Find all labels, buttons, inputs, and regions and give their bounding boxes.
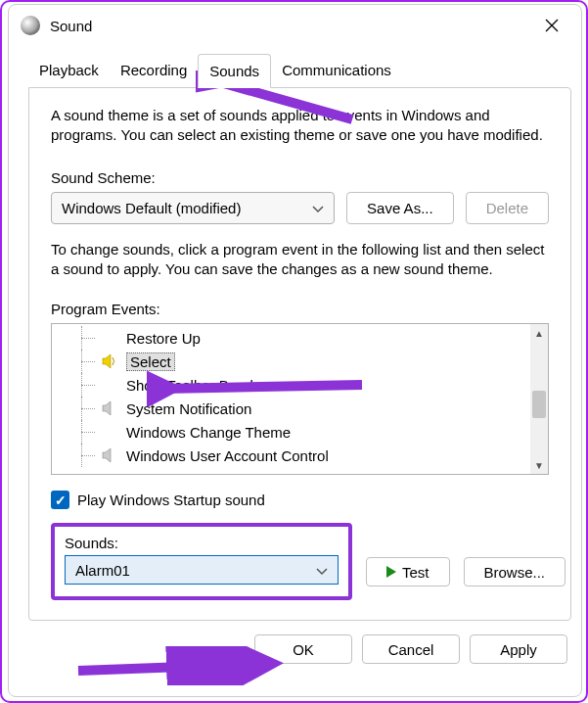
event-row[interactable]: Select — [52, 350, 530, 373]
sounds-combo[interactable]: Alarm01 — [65, 555, 339, 585]
event-row[interactable]: Restore Up — [52, 326, 530, 350]
speaker-empty-icon — [101, 424, 120, 440]
startup-sound-checkbox-row[interactable]: ✓ Play Windows Startup sound — [51, 491, 549, 509]
events-scrollbar[interactable]: ▲ ▼ — [530, 324, 548, 474]
tab-playback[interactable]: Playback — [28, 54, 110, 88]
tab-communications[interactable]: Communications — [271, 54, 402, 88]
scheme-combo[interactable]: Windows Default (modified) — [51, 192, 335, 224]
close-button[interactable] — [530, 10, 573, 41]
sound-dialog: Sound Playback Recording Sounds Communic… — [8, 4, 582, 697]
sounds-label: Sounds: — [65, 535, 339, 551]
program-events-listbox[interactable]: Restore Up Select Show Toolbar Band — [51, 323, 549, 475]
ok-button[interactable]: OK — [254, 634, 352, 664]
speaker-sound-icon — [101, 353, 120, 369]
test-button[interactable]: Test — [366, 557, 450, 586]
scroll-thumb[interactable] — [532, 391, 546, 418]
scheme-combo-value: Windows Default (modified) — [62, 200, 241, 216]
apply-button[interactable]: Apply — [470, 634, 567, 664]
scheme-label: Sound Scheme: — [51, 169, 549, 186]
scroll-down-icon[interactable]: ▼ — [530, 456, 548, 474]
checkbox-checked-icon: ✓ — [51, 491, 69, 509]
save-as-button[interactable]: Save As... — [346, 192, 454, 224]
event-row[interactable]: Show Toolbar Band — [52, 373, 530, 397]
titlebar: Sound — [9, 5, 581, 46]
tab-panel-sounds: A sound theme is a set of sounds applied… — [28, 87, 571, 621]
close-icon — [545, 19, 559, 32]
chevron-down-icon — [316, 562, 328, 579]
speaker-empty-icon — [101, 330, 120, 346]
tab-sounds[interactable]: Sounds — [198, 54, 271, 88]
sound-app-icon — [21, 16, 40, 35]
tab-strip: Playback Recording Sounds Communications — [28, 54, 573, 88]
delete-button: Delete — [466, 192, 549, 224]
cancel-button[interactable]: Cancel — [362, 634, 460, 664]
sounds-combo-value: Alarm01 — [75, 562, 130, 579]
chevron-down-icon — [312, 200, 324, 216]
event-row[interactable]: Windows Change Theme — [52, 420, 530, 444]
speaker-muted-icon — [101, 447, 120, 463]
play-icon — [386, 566, 396, 578]
tab-recording[interactable]: Recording — [110, 54, 198, 88]
speaker-empty-icon — [101, 377, 120, 393]
program-events-label: Program Events: — [51, 301, 549, 317]
startup-sound-label: Play Windows Startup sound — [77, 492, 265, 508]
speaker-muted-icon — [101, 400, 120, 416]
description-text: A sound theme is a set of sounds applied… — [51, 106, 549, 146]
browse-button[interactable]: Browse... — [464, 557, 566, 586]
instruction-text: To change sounds, click a program event … — [51, 240, 549, 280]
scroll-track[interactable] — [530, 342, 548, 456]
window-title: Sound — [50, 18, 530, 34]
event-row[interactable]: System Notification — [52, 397, 530, 420]
events-list-inner: Restore Up Select Show Toolbar Band — [52, 324, 530, 474]
dialog-footer: OK Cancel Apply — [9, 621, 581, 664]
sounds-highlight-box: Sounds: Alarm01 — [51, 523, 352, 600]
scroll-up-icon[interactable]: ▲ — [530, 324, 548, 342]
event-row[interactable]: Windows User Account Control — [52, 444, 530, 467]
